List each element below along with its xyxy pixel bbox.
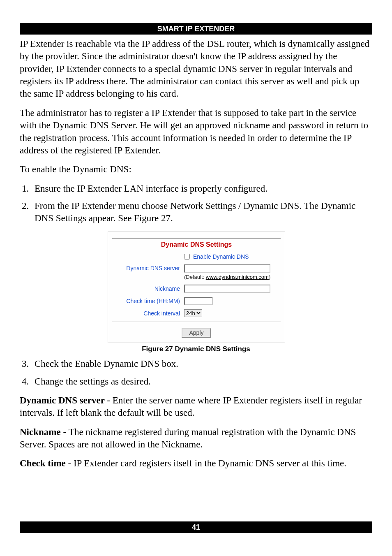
paragraph-1: IP Extender is reachable via the IP addr… [20, 38, 372, 100]
step-3: Check the Enable Dynamic DNS box. [31, 358, 372, 370]
dns-server-input[interactable] [184, 264, 270, 273]
term-dns-server-label: Dynamic DNS server - [20, 395, 113, 405]
check-interval-label: Check interval [112, 310, 184, 317]
enable-dynamic-dns-checkbox[interactable] [184, 254, 190, 259]
figure-27: Dynamic DNS Settings Enable Dynamic DNS … [108, 232, 284, 354]
dns-server-default-hint: (Default: www.dyndns.minicom.com) [184, 273, 281, 280]
term-nickname-label: Nickname - [20, 427, 69, 437]
term-nickname: Nickname - The nickname registered durin… [20, 426, 372, 451]
enable-dynamic-dns-label: Enable Dynamic DNS [193, 253, 249, 260]
page-number: 41 [192, 523, 200, 531]
step-4: Change the settings as desired. [31, 375, 372, 388]
dialog-title: Dynamic DNS Settings [112, 240, 281, 249]
paragraph-2: The administrator has to register a IP E… [20, 107, 372, 157]
paragraph-3: To enable the Dynamic DNS: [20, 163, 372, 176]
dns-server-label: Dynamic DNS server [112, 264, 184, 272]
term-dns-server: Dynamic DNS server - Enter the server na… [20, 394, 372, 419]
check-time-label: Check time (HH:MM) [112, 297, 184, 305]
page-footer: 41 [20, 521, 372, 533]
page-content: IP Extender is reachable via the IP addr… [20, 35, 372, 470]
term-nickname-text: The nickname registered during manual re… [20, 427, 356, 449]
nickname-input[interactable] [184, 285, 270, 293]
page-header: SMART IP EXTENDER [20, 23, 372, 35]
dns-default-link[interactable]: www.dyndns.minicom.com [206, 274, 269, 280]
check-time-input[interactable] [184, 297, 213, 305]
apply-button[interactable]: Apply [182, 328, 211, 338]
nickname-label: Nickname [112, 285, 184, 292]
step-1: Ensure the IP Extender LAN interface is … [31, 183, 372, 195]
header-title: SMART IP EXTENDER [157, 25, 235, 33]
term-check-time-text: IP Extender card registers itself in the… [74, 458, 346, 468]
term-check-time: Check time - IP Extender card registers … [20, 457, 372, 470]
figure-caption: Figure 27 Dynamic DNS Settings [108, 345, 284, 354]
step-2: From the IP Extender menu choose Network… [31, 200, 372, 225]
dynamic-dns-dialog: Dynamic DNS Settings Enable Dynamic DNS … [108, 232, 285, 343]
term-check-time-label: Check time - [20, 458, 74, 468]
check-interval-select[interactable]: 24h [184, 309, 202, 317]
